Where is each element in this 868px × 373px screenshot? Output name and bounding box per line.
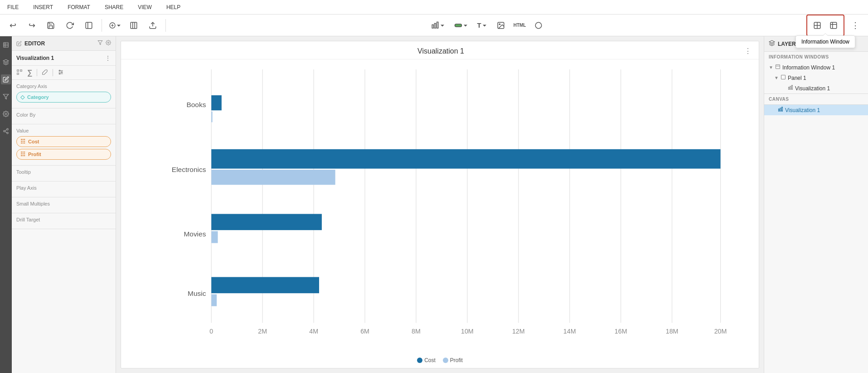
sidebar-data-icon[interactable]	[1, 40, 11, 50]
text-button[interactable]: T	[474, 17, 490, 34]
profit-pill[interactable]: ☷ Profit	[16, 149, 111, 160]
info-window-button[interactable]	[825, 17, 842, 34]
panel-1-label: Panel 1	[788, 75, 806, 81]
legend-profit-dot	[443, 358, 448, 363]
window-icon	[775, 64, 781, 71]
svg-line-31	[5, 132, 7, 133]
category-pill-icon: ◇	[20, 94, 24, 100]
menu-format[interactable]: FORMAT	[65, 2, 93, 12]
add-upload-button[interactable]	[145, 17, 161, 34]
viz-in-canvas-item[interactable]: ▶ Visualization 1	[764, 105, 868, 115]
menu-file[interactable]: FILE	[5, 2, 21, 12]
viz-in-info-item[interactable]: ▶ Visualization 1	[764, 83, 868, 93]
canvas-bar-chart-icon	[778, 107, 783, 113]
sidebar-edit-icon[interactable]	[1, 74, 11, 84]
svg-rect-4	[131, 22, 137, 29]
sum-icon[interactable]: ∑	[27, 69, 32, 77]
play-axis-section: Play Axis	[12, 182, 116, 197]
svg-marker-26	[3, 94, 9, 99]
menu-share[interactable]: SHARE	[102, 2, 126, 12]
svg-line-32	[5, 130, 7, 131]
svg-rect-0	[86, 22, 92, 29]
small-multiples-section: Small Multiples	[12, 197, 116, 213]
save-button[interactable]	[43, 17, 59, 34]
bar-books-cost[interactable]	[211, 95, 222, 110]
layers-icon	[769, 40, 775, 48]
color-button[interactable]	[451, 17, 471, 34]
sidebar-share-icon[interactable]	[1, 126, 11, 136]
svg-text:Movies: Movies	[184, 230, 206, 238]
drill-target-label: Drill Target	[16, 217, 111, 222]
chart-title: Visualization 1	[137, 47, 744, 55]
gear-icon[interactable]	[106, 40, 111, 47]
sidebar-layers-icon[interactable]	[1, 57, 11, 67]
legend-cost-label: Cost	[424, 357, 436, 363]
color-by-section: Color By	[12, 108, 116, 124]
play-axis-label: Play Axis	[16, 185, 111, 191]
sidebar-filter-icon[interactable]	[1, 92, 11, 102]
svg-rect-9	[434, 23, 436, 28]
info-window-tooltip: Information Window	[795, 35, 855, 48]
svg-point-28	[7, 128, 9, 130]
more-options-button[interactable]: ⋮	[847, 17, 863, 34]
svg-text:18M: 18M	[666, 328, 679, 335]
icon-separator	[37, 69, 37, 76]
add-frame-button[interactable]	[126, 17, 142, 34]
menu-insert[interactable]: INSERT	[30, 2, 56, 12]
sidebar-settings-icon[interactable]	[1, 109, 11, 119]
add-plus-button[interactable]	[107, 17, 123, 34]
toolbar-separator-2	[165, 19, 166, 32]
svg-text:2M: 2M	[258, 328, 267, 335]
cost-pill-icon: ☷	[20, 138, 25, 145]
svg-rect-73	[792, 85, 793, 89]
svg-point-40	[59, 73, 60, 74]
legend-profit-item: Profit	[443, 357, 463, 363]
svg-text:8M: 8M	[412, 328, 421, 335]
menu-view[interactable]: VIEW	[135, 2, 155, 12]
bar-music-profit[interactable]	[211, 294, 217, 306]
paint-icon[interactable]	[42, 69, 48, 77]
tooltip-label: Tooltip	[16, 169, 111, 175]
bar-movies-cost[interactable]	[211, 214, 322, 230]
category-pill[interactable]: ◇ Category	[16, 92, 111, 103]
sliders-icon[interactable]	[58, 69, 64, 77]
svg-text:12M: 12M	[512, 328, 525, 335]
viz-title-row: Visualization 1 ⋮	[12, 51, 116, 66]
svg-text:20M: 20M	[714, 328, 727, 335]
menu-help[interactable]: HELP	[164, 2, 183, 12]
undo-button[interactable]: ↩	[5, 17, 21, 34]
svg-point-38	[59, 70, 60, 71]
info-window-1-item[interactable]: ▼ Information Window 1	[764, 62, 868, 73]
corner-icon[interactable]	[16, 69, 23, 77]
svg-rect-11	[455, 24, 461, 27]
info-windows-label: INFORMATION WINDOWS	[764, 52, 868, 62]
add-panel-button[interactable]	[809, 17, 825, 34]
main-content: EDITOR Visualization 1 ⋮ ∑	[0, 36, 868, 373]
bar-books-profit[interactable]	[211, 112, 212, 123]
bar-movies-profit[interactable]	[211, 231, 218, 243]
redo-button[interactable]: ↪	[24, 17, 40, 34]
bar-electronics-cost[interactable]	[211, 149, 720, 169]
svg-text:14M: 14M	[563, 328, 576, 335]
icon-sidebar	[0, 36, 12, 373]
svg-rect-8	[432, 25, 433, 28]
bar-electronics-profit[interactable]	[211, 170, 335, 185]
chart-type-button[interactable]	[427, 17, 448, 34]
legend-cost-item: Cost	[417, 357, 436, 363]
toolbar-separator-1	[102, 19, 102, 32]
chart-more-button[interactable]: ⋮	[744, 47, 752, 55]
shape-button[interactable]	[530, 17, 547, 34]
html-button[interactable]: HTML	[512, 17, 528, 34]
viz-more-button[interactable]: ⋮	[105, 54, 111, 62]
cost-pill[interactable]: ☷ Cost	[16, 136, 111, 147]
value-section: Value ☷ Cost ☷ Profit	[12, 124, 116, 166]
image-button[interactable]	[493, 17, 509, 34]
svg-point-30	[7, 132, 9, 134]
filter-icon[interactable]	[97, 40, 103, 47]
canvas-section: CANVAS ▶ Visualization 1	[764, 94, 868, 115]
export-button[interactable]	[81, 17, 97, 34]
chart-header: Visualization 1 ⋮	[121, 41, 759, 59]
panel-1-item[interactable]: ▼ Panel 1	[764, 73, 868, 83]
bar-music-cost[interactable]	[211, 277, 319, 294]
refresh-button[interactable]	[62, 17, 78, 34]
